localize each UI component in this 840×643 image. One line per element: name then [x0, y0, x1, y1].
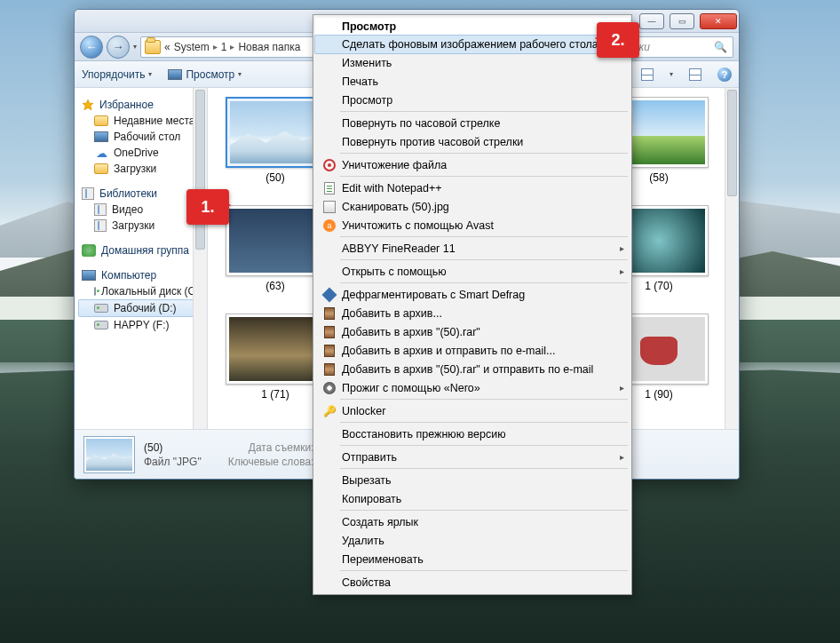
ctx-copy[interactable]: Копировать	[315, 489, 630, 508]
ctx-restore[interactable]: Восстановить прежнюю версию	[315, 425, 630, 443]
details-filetype: Файл "JPG"	[144, 456, 202, 468]
help-button[interactable]: ?	[717, 67, 732, 82]
ctx-edit[interactable]: Изменить	[315, 53, 630, 72]
ctx-send-to[interactable]: Отправить	[315, 448, 630, 466]
ctx-preview[interactable]: Просмотр	[315, 91, 630, 109]
rar-icon	[324, 363, 335, 376]
ctx-abbyy[interactable]: ABBYY FineReader 11	[315, 239, 630, 258]
ctx-properties[interactable]: Свойства	[315, 573, 630, 591]
library-icon	[82, 187, 94, 200]
star-icon	[82, 99, 94, 111]
nav-forward-button[interactable]: →	[107, 36, 130, 59]
sidebar-computer-header[interactable]: Компьютер	[78, 267, 203, 283]
preview-icon	[168, 69, 182, 80]
rar-icon	[324, 326, 335, 338]
ctx-print[interactable]: Печать	[315, 72, 630, 91]
details-date-label: Дата съемки:	[228, 441, 314, 454]
crumb-prefix: «	[164, 41, 170, 53]
sidebar-scrollbar[interactable]	[193, 88, 207, 429]
notepad-icon	[324, 182, 335, 194]
sidebar-item-drive-f[interactable]: HAPPY (F:)	[78, 317, 203, 333]
sidebar-favorites-header[interactable]: Избранное	[78, 97, 203, 113]
sidebar-item-onedrive[interactable]: ☁OneDrive	[78, 145, 203, 161]
sidebar-item-drive-d[interactable]: Рабочий (D:)	[78, 299, 203, 317]
minimize-button[interactable]: —	[639, 13, 664, 29]
folder-icon	[94, 163, 108, 174]
drive-icon	[94, 321, 108, 329]
preview-pane-button[interactable]	[689, 68, 701, 81]
rar-icon	[324, 345, 335, 357]
navigation-pane: Избранное Недавние места Рабочий стол ☁O…	[75, 88, 208, 429]
disc-icon	[323, 382, 336, 394]
drive-icon	[94, 287, 96, 296]
drive-icon	[94, 304, 108, 313]
ctx-rename[interactable]: Переименовать	[315, 550, 630, 568]
context-menu: Просмотр Сделать фоновым изображением ра…	[313, 14, 632, 595]
content-scrollbar[interactable]	[725, 88, 739, 429]
sidebar-item-drive-c[interactable]: Локальный диск (C:)	[78, 283, 203, 299]
cloud-icon: ☁	[94, 147, 108, 159]
maximize-button[interactable]: ▭	[670, 13, 694, 29]
ctx-nero[interactable]: Прожиг с помощью «Nero»	[315, 378, 630, 397]
rar-icon	[324, 307, 335, 320]
ctx-set-wallpaper[interactable]: Сделать фоновым изображением рабочего ст…	[314, 35, 630, 54]
sidebar-item-video[interactable]: Видео	[78, 202, 203, 218]
crumb-system[interactable]: System	[174, 41, 210, 53]
sidebar-item-downloads-lib[interactable]: Загрузки	[78, 218, 203, 234]
ctx-unlocker[interactable]: 🔑Unlocker	[315, 401, 630, 420]
ctx-scan[interactable]: Сканировать (50).jpg	[315, 197, 630, 216]
desktop-icon	[94, 131, 108, 142]
ctx-avast[interactable]: aУничтожить с помощью Avast	[315, 216, 630, 234]
scanner-icon	[323, 201, 336, 213]
nav-history-icon[interactable]: ▾	[133, 43, 137, 51]
video-icon	[94, 203, 107, 216]
organize-button[interactable]: Упорядочить▾	[82, 68, 152, 81]
ctx-shortcut[interactable]: Создать ярлык	[315, 512, 630, 531]
ctx-rar-3[interactable]: Добавить в архив и отправить по e-mail..…	[315, 341, 630, 360]
crumb-folder[interactable]: Новая папка	[238, 41, 300, 53]
preview-button[interactable]: Просмотр▾	[168, 68, 242, 81]
sidebar-item-recent[interactable]: Недавние места	[78, 113, 203, 129]
sidebar-libraries-header[interactable]: Библиотеки	[78, 186, 203, 202]
crumb-1[interactable]: 1	[221, 41, 227, 53]
folder-icon	[145, 40, 161, 54]
close-button[interactable]: ✕	[700, 13, 737, 29]
key-icon: 🔑	[323, 405, 337, 417]
ctx-cut[interactable]: Вырезать	[315, 471, 630, 489]
ctx-open-with[interactable]: Открыть с помощью	[315, 262, 630, 281]
ctx-notepadpp[interactable]: Edit with Notepad++	[315, 179, 630, 197]
target-icon	[323, 159, 336, 171]
thumb-image	[230, 101, 321, 163]
homegroup-icon	[82, 244, 96, 257]
svg-marker-0	[83, 99, 93, 110]
sidebar-item-downloads[interactable]: Загрузки	[78, 161, 203, 177]
ctx-rar-2[interactable]: Добавить в архив "(50).rar"	[315, 322, 630, 341]
folder-icon	[94, 115, 108, 126]
search-input[interactable]: нки 🔍	[627, 36, 733, 58]
nav-back-button[interactable]: ←	[80, 36, 103, 59]
details-keywords-label: Ключевые слова:	[228, 456, 314, 468]
avast-icon: a	[323, 219, 336, 232]
ctx-defrag[interactable]: Дефрагментировать с Smart Defrag	[315, 285, 630, 304]
chevron-right-icon: ▸	[213, 42, 218, 52]
ctx-rar-4[interactable]: Добавить в архив "(50).rar" и отправить …	[315, 360, 630, 378]
view-options-button[interactable]	[641, 68, 654, 81]
annotation-1: 1.	[186, 189, 229, 225]
annotation-2: 2.	[597, 22, 639, 58]
ctx-rar-1[interactable]: Добавить в архив...	[315, 304, 630, 322]
ctx-rotate-cw[interactable]: Повернуть по часовой стрелке	[315, 114, 630, 132]
sidebar-homegroup-header[interactable]: Домашняя группа	[78, 242, 203, 258]
computer-icon	[82, 270, 96, 281]
thumb-image	[229, 209, 321, 273]
thumb-image	[229, 317, 321, 381]
ctx-destroy[interactable]: Уничтожение файла	[315, 155, 630, 174]
search-icon: 🔍	[714, 41, 727, 53]
ctx-delete[interactable]: Удалить	[315, 531, 630, 550]
downloads-icon	[94, 219, 107, 232]
defrag-icon	[322, 287, 337, 302]
sidebar-item-desktop[interactable]: Рабочий стол	[78, 129, 203, 145]
ctx-header: Просмотр	[315, 18, 630, 36]
chevron-right-icon: ▸	[230, 42, 234, 52]
ctx-rotate-ccw[interactable]: Повернуть против часовой стрелки	[315, 132, 630, 151]
details-filename: (50)	[144, 441, 202, 454]
